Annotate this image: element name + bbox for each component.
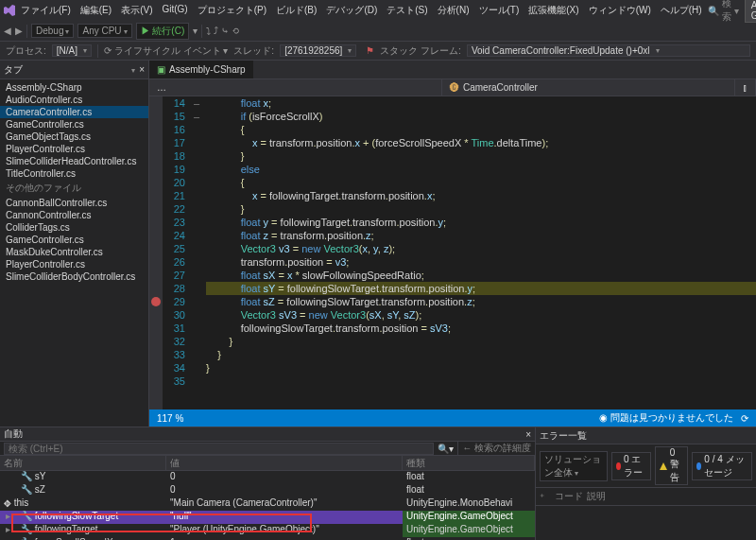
search-icon[interactable]: 🔍▾ xyxy=(438,444,454,454)
config-dropdown[interactable]: Debug xyxy=(31,24,74,38)
menu-item[interactable]: 拡張機能(X) xyxy=(524,2,582,19)
expand-icon[interactable]: ▸ xyxy=(6,511,10,521)
errlist-col-code[interactable]: コード xyxy=(555,490,583,503)
file-list: Assembly-CSharpAudioController.csCameraC… xyxy=(0,79,148,285)
menubar: ファイル(F)編集(E)表示(V)Git(G)プロジェクト(P)ビルド(B)デバ… xyxy=(17,2,706,19)
refresh-icon[interactable]: ⟳ xyxy=(741,413,748,424)
autos-search-input[interactable] xyxy=(4,443,434,455)
autos-col-type[interactable]: 種類 xyxy=(403,456,535,470)
breakpoint-icon[interactable] xyxy=(151,297,161,306)
flag-icon[interactable]: ⚑ xyxy=(366,45,374,56)
code-editor[interactable]: 1415161718192021222324252627282930313233… xyxy=(149,96,756,409)
autos-row[interactable]: ▸🔧 followingSlowTarget"null"UnityEngine.… xyxy=(0,511,535,524)
stackframe-combo[interactable]: Void CameraController:FixedUpdate ()+0xl xyxy=(467,44,750,57)
file-item[interactable]: PlayerController.cs xyxy=(0,143,148,155)
file-item[interactable]: GameController.cs xyxy=(0,234,148,246)
expand-icon[interactable]: ▸ xyxy=(6,524,10,534)
menu-item[interactable]: 編集(E) xyxy=(77,2,115,19)
autos-row[interactable]: ▸◆ this"Main Camera (CameraController)"U… xyxy=(0,497,535,511)
solution-name[interactable]: Action-Game xyxy=(745,0,756,23)
csharp-icon: ▣ xyxy=(157,64,165,75)
menu-item[interactable]: ヘルプ(H) xyxy=(657,2,706,19)
stackframe-label: スタック フレーム: xyxy=(380,44,461,58)
search-depth-label: ← 検索の詳細度 xyxy=(462,442,531,455)
solution-tab-label: タブ xyxy=(4,63,23,77)
forward-icon[interactable]: ▶ xyxy=(15,26,23,36)
autos-row[interactable]: 🔧 sY0float xyxy=(0,471,535,484)
process-combo[interactable]: [N/A] xyxy=(52,44,92,57)
expand-icon[interactable]: ▸ xyxy=(6,497,10,508)
autos-row[interactable]: ▸🔧 followingTarget"Player (UnityEngine.G… xyxy=(0,524,535,537)
process-label: プロセス: xyxy=(6,44,46,58)
file-item[interactable]: SlimeColliderHeadController.cs xyxy=(0,155,148,167)
autos-col-name[interactable]: 名前 xyxy=(0,456,166,470)
menu-item[interactable]: デバッグ(D) xyxy=(322,2,381,19)
file-item[interactable]: GameObjectTags.cs xyxy=(0,131,148,143)
menu-item[interactable]: ツール(T) xyxy=(475,2,524,19)
menu-item[interactable]: ファイル(F) xyxy=(17,2,75,19)
scope-dropdown[interactable]: ソリューション全体 xyxy=(540,451,608,481)
menu-item[interactable]: テスト(S) xyxy=(383,2,431,19)
error-counter[interactable]: 0 エラー xyxy=(611,452,651,480)
menu-item[interactable]: ウィンドウ(W) xyxy=(585,2,655,19)
breadcrumb-class[interactable]: 🅒 CameraController xyxy=(442,79,735,96)
menu-item[interactable]: 分析(N) xyxy=(434,2,473,19)
menu-item[interactable]: ビルド(B) xyxy=(272,2,320,19)
platform-dropdown[interactable]: Any CPU xyxy=(77,24,131,38)
errorlist-tab: エラー一覧 xyxy=(540,429,587,443)
file-item[interactable]: GameController.cs xyxy=(0,118,148,131)
editor-tab[interactable]: ▣ Assembly-CSharp xyxy=(149,61,253,78)
issues-status[interactable]: ◉ 問題は見つかりませんでした xyxy=(599,411,733,425)
file-item[interactable]: MaskDukeController.cs xyxy=(0,246,148,258)
back-icon[interactable]: ◀ xyxy=(4,26,11,36)
vs-logo-icon xyxy=(4,4,15,17)
breadcrumb-left[interactable]: … xyxy=(149,79,442,96)
file-item[interactable]: CannonController.cs xyxy=(0,209,148,221)
file-item[interactable]: Assembly-CSharp xyxy=(0,81,148,94)
file-item[interactable]: CameraController.cs xyxy=(0,106,148,118)
file-item[interactable]: CannonBallController.cs xyxy=(0,197,148,209)
file-item[interactable]: SlimeColliderBodyController.cs xyxy=(0,270,148,283)
menu-item[interactable]: プロジェクト(P) xyxy=(194,2,270,19)
file-item[interactable]: TitleController.cs xyxy=(0,167,148,180)
file-item[interactable]: ColliderTags.cs xyxy=(0,221,148,234)
menu-item[interactable]: 表示(V) xyxy=(117,2,156,19)
file-item[interactable]: PlayerController.cs xyxy=(0,258,148,270)
warning-counter[interactable]: 0 警告 xyxy=(655,446,688,485)
file-item[interactable]: AudioController.cs xyxy=(0,94,148,106)
message-counter[interactable]: 0 / 4 メッセージ xyxy=(692,452,752,480)
menu-item[interactable]: Git(G) xyxy=(158,2,191,19)
lifecycle-events[interactable]: ⟳ ライフサイクル イベント ▾ xyxy=(104,44,228,58)
step-icons[interactable]: ⤵ ⤴ ⤷ ⟲ xyxy=(206,26,238,36)
close-icon[interactable]: × xyxy=(525,429,531,440)
thread-combo[interactable]: [2761928256] xyxy=(280,44,356,57)
close-icon[interactable]: × xyxy=(139,64,145,75)
quick-search[interactable]: 🔍検索▾ xyxy=(708,0,739,24)
continue-button[interactable]: ▶ 続行(C) xyxy=(136,23,190,40)
split-icon[interactable]: ⫿ xyxy=(735,79,756,96)
autos-row[interactable]: 🔧 sZ0float xyxy=(0,484,535,497)
thread-label: スレッド: xyxy=(233,44,274,58)
zoom-level[interactable]: 117 % xyxy=(157,413,183,424)
autos-col-value[interactable]: 値 xyxy=(166,456,403,470)
errlist-col-desc[interactable]: 説明 xyxy=(587,490,606,503)
autos-tab: 自動 xyxy=(4,427,23,441)
